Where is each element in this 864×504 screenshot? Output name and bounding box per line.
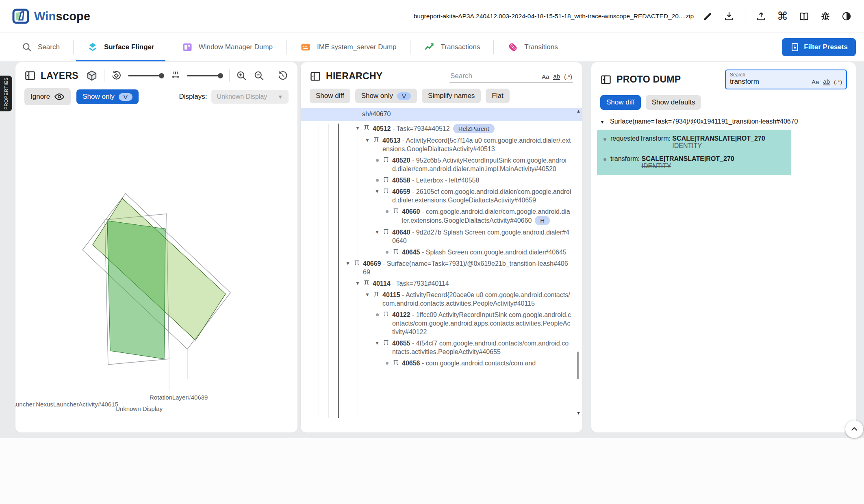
pin-icon[interactable] (373, 136, 381, 143)
pin-icon[interactable] (392, 248, 400, 255)
proto-panel-header: PROTO DUMP Search transform Aa ab (.*) (591, 62, 856, 92)
expand-arrow-icon[interactable]: ▼ (373, 339, 382, 348)
book-icon[interactable] (799, 11, 810, 22)
proto-search-value[interactable]: transform (730, 78, 812, 86)
contrast-icon[interactable] (841, 11, 852, 22)
show-diff-button[interactable]: Show diff (310, 89, 350, 103)
tree-row[interactable]: ▼40655 - 4f54cf7 com.google.android.cont… (301, 339, 582, 356)
regex-toggle[interactable]: (.*) (564, 73, 572, 80)
pin-icon[interactable] (382, 311, 391, 318)
scroll-top-button[interactable] (845, 420, 863, 438)
tab-ime-system-server-dump[interactable]: IME system_server Dump (287, 33, 410, 61)
layers-panel-header: LAYERS (15, 62, 297, 84)
reset-view-icon[interactable] (277, 70, 289, 81)
tree-row[interactable]: ▼40115 - ActivityRecord{20ace0e u0 com.g… (301, 291, 582, 308)
bug-icon[interactable] (820, 11, 831, 22)
proto-search-field[interactable]: Search transform Aa ab (.*) (725, 70, 847, 89)
pin-icon[interactable] (363, 124, 371, 131)
layers-view-tools (86, 70, 289, 82)
tree-row[interactable]: 40122 - 1ffcc09 ActivityRecordInputSink … (301, 311, 582, 336)
pin-icon[interactable] (382, 187, 391, 195)
rotation-slider[interactable] (128, 73, 164, 78)
expand-arrow-icon[interactable]: ▼ (353, 279, 362, 288)
tree-row[interactable]: ▼40640 - 9d2d27b Splash Screen com.googl… (301, 228, 582, 245)
expand-arrow-icon[interactable]: ▼ (363, 291, 372, 299)
launcher-layer-rect[interactable] (107, 221, 165, 359)
expand-arrow-icon[interactable]: ▼ (373, 187, 382, 196)
3d-view-icon[interactable] (86, 70, 98, 82)
match-case-toggle[interactable]: Aa (542, 73, 549, 80)
tree-row[interactable]: 40520 - 952c6b5 ActivityRecordInputSink … (301, 156, 582, 173)
pin-icon[interactable] (392, 359, 400, 366)
pin-icon[interactable] (373, 291, 381, 298)
displays-select[interactable]: Unknown Display ▼ (211, 90, 289, 104)
show-only-visible-button[interactable]: Show only V (76, 89, 138, 104)
whole-word-toggle[interactable]: ab (823, 78, 830, 85)
pin-icon[interactable] (382, 339, 391, 346)
tree-row[interactable]: ▼40114 - Task=7931#40114 (301, 279, 582, 288)
selected-tree-row[interactable]: sh#40670 (301, 108, 582, 121)
pin-icon[interactable] (353, 259, 361, 267)
scroll-up-icon[interactable]: ▲ (576, 109, 581, 113)
upload-icon[interactable] (756, 11, 766, 22)
rotation-icon (111, 70, 122, 81)
collapse-panel-icon[interactable] (600, 74, 612, 85)
leaf-bullet-icon (373, 311, 382, 319)
tree-row[interactable]: 40656 - com.google.android.contacts/com.… (301, 359, 582, 367)
match-case-toggle[interactable]: Aa (812, 78, 819, 85)
transitions-icon (507, 41, 519, 53)
expand-arrow-icon[interactable]: ▼ (343, 259, 352, 268)
tree-row[interactable]: ▼40513 - ActivityRecord{5c7f14a u0 com.g… (301, 136, 582, 153)
pin-icon[interactable] (363, 279, 371, 287)
proto-property-row[interactable]: requestedTransform: SCALE|TRANSLATE|ROT_… (601, 132, 787, 152)
tree-row[interactable]: 40645 - Splash Screen com.google.android… (301, 248, 582, 256)
expand-arrow-icon[interactable]: ▼ (363, 136, 372, 145)
tree-row[interactable]: 40558 - Letterbox - left#40558 (301, 176, 582, 185)
pin-icon[interactable] (392, 207, 400, 215)
tab-search[interactable]: Search (8, 33, 73, 61)
expand-arrow-icon[interactable]: ▼ (598, 118, 607, 126)
download-icon[interactable] (724, 11, 734, 22)
tab-transitions[interactable]: Transitions (494, 33, 571, 61)
filter-presets-button[interactable]: Filter Presets (782, 38, 856, 56)
simplify-names-button[interactable]: Simplify names (422, 89, 481, 103)
layers-3d-scene[interactable] (15, 119, 297, 428)
whole-word-toggle[interactable]: ab (553, 73, 560, 80)
show-defaults-button[interactable]: Show defaults (646, 95, 701, 110)
tree-row[interactable]: 40660 - com.google.android.dialer/com.go… (301, 207, 582, 225)
pin-icon[interactable] (382, 176, 391, 183)
collapse-panel-icon[interactable] (310, 71, 321, 82)
regex-toggle[interactable]: (.*) (834, 78, 842, 85)
collapse-panel-icon[interactable] (24, 70, 36, 81)
ime-icon (300, 41, 311, 53)
scroll-down-icon[interactable]: ▼ (576, 411, 581, 415)
hierarchy-buttons: Show diff Show only V Simplify names Fla… (301, 85, 582, 106)
pin-icon[interactable] (382, 156, 391, 163)
show-diff-button[interactable]: Show diff (600, 95, 641, 110)
ignore-button[interactable]: Ignore (24, 88, 71, 105)
show-only-visible-button[interactable]: Show only V (355, 89, 417, 103)
zoom-out-icon[interactable] (253, 70, 265, 81)
scrollbar-thumb[interactable] (577, 352, 579, 379)
tab-window-manager-dump[interactable]: Window Manager Dump (168, 33, 286, 61)
zoom-in-icon[interactable] (236, 70, 247, 81)
scene-label-rotation-layer: RotationLayer#40639 (150, 394, 208, 401)
tab-transactions[interactable]: Transactions (410, 33, 494, 61)
hierarchy-scrollbar[interactable]: ▲ ▼ (575, 108, 581, 416)
spacing-slider[interactable] (187, 73, 223, 78)
proto-root-node[interactable]: ▼ Surface(name=Task=7934)/@0x1941191_tra… (591, 112, 856, 128)
command-icon[interactable]: ⌘ (777, 11, 788, 22)
tree-row[interactable]: ▼40512 - Task=7934#40512RelZParent (301, 124, 582, 133)
tree-rows: ▼40512 - Task=7934#40512RelZParent▼40513… (301, 124, 582, 367)
tree-row[interactable]: ▼40659 - 26105cf com.google.android.dial… (301, 187, 582, 204)
hierarchy-search-field[interactable]: Search Aa ab (.*) (449, 70, 573, 83)
expand-arrow-icon[interactable]: ▼ (373, 228, 382, 237)
proto-property-row[interactable]: transform: SCALE|TRANSLATE|ROT_270transf… (601, 152, 787, 173)
tab-surface-flinger[interactable]: Surface Flinger (74, 33, 168, 61)
expand-arrow-icon[interactable]: ▼ (353, 124, 362, 133)
edit-icon[interactable] (703, 11, 713, 22)
pin-icon[interactable] (382, 228, 391, 235)
tree-row[interactable]: ▼40669 - Surface(name=Task=7931)/@0x619e… (301, 259, 582, 276)
flat-button[interactable]: Flat (486, 89, 509, 103)
properties-side-tab[interactable]: PROPERTIES (0, 76, 12, 111)
